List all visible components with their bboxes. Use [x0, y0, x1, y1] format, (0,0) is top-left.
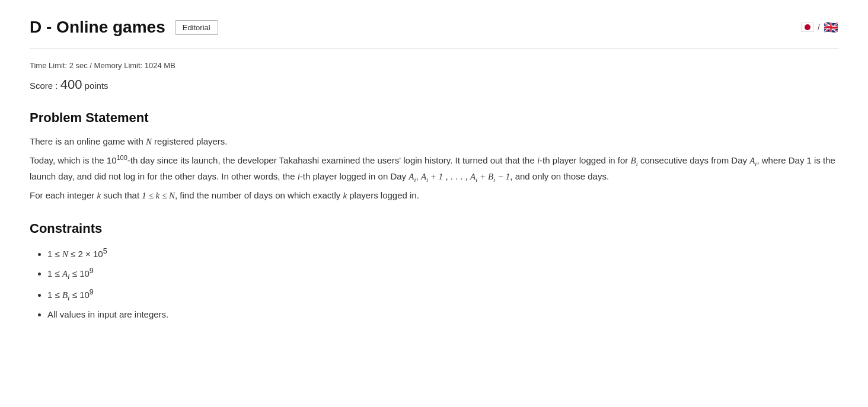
- math-Ai-Bi: Ai + Bi − 1: [470, 172, 510, 181]
- score-unit: points: [82, 81, 108, 91]
- problem-paragraph-1: There is an online game with N registere…: [30, 134, 838, 150]
- constraints-section: Constraints 1 ≤ N ≤ 2 × 105 1 ≤ Ai ≤ 109…: [30, 221, 838, 323]
- constraints-title: Constraints: [30, 221, 838, 236]
- score-label: Score :: [30, 81, 60, 91]
- math-i-th-2: i: [298, 172, 300, 181]
- language-flags: / 🇬🇧: [801, 20, 838, 34]
- math-k-range: 1 ≤ k ≤ N: [142, 191, 175, 200]
- constraint-item-2: 1 ≤ Ai ≤ 109: [47, 264, 838, 284]
- problem-paragraph-2: Today, which is the 10100-th day since i…: [30, 152, 838, 185]
- title-area: D - Online games Editorial: [30, 18, 218, 37]
- math-N: N: [146, 137, 152, 146]
- math-Bi: Bi: [631, 156, 638, 165]
- constraint-item-4: All values in input are integers.: [47, 306, 838, 323]
- constraint-item-3: 1 ≤ Bi ≤ 109: [47, 286, 838, 306]
- japanese-flag-icon[interactable]: [801, 23, 814, 32]
- math-i-th: i: [537, 156, 540, 165]
- lang-separator: /: [818, 23, 820, 32]
- editorial-button[interactable]: Editorial: [175, 20, 218, 35]
- english-flag-icon[interactable]: 🇬🇧: [824, 20, 838, 34]
- header: D - Online games Editorial / 🇬🇧: [30, 18, 838, 37]
- meta-info: Time Limit: 2 sec / Memory Limit: 1024 M…: [30, 61, 838, 70]
- math-Ai-plus-1: Ai + 1: [421, 172, 443, 181]
- constraint-item-1: 1 ≤ N ≤ 2 × 105: [47, 245, 838, 263]
- page-title: D - Online games: [30, 18, 165, 37]
- score-value: 400: [60, 77, 82, 92]
- math-k-2: k: [343, 191, 347, 200]
- problem-paragraph-3: For each integer k such that 1 ≤ k ≤ N, …: [30, 188, 838, 204]
- problem-statement-section: Problem Statement There is an online gam…: [30, 110, 838, 203]
- divider: [30, 49, 838, 49]
- constraints-list: 1 ≤ N ≤ 2 × 105 1 ≤ Ai ≤ 109 1 ≤ Bi ≤ 10…: [30, 245, 838, 323]
- math-Ai: Ai: [749, 156, 757, 165]
- problem-statement-title: Problem Statement: [30, 110, 838, 126]
- math-Ai-2: Ai: [409, 172, 416, 181]
- math-k: k: [97, 191, 101, 200]
- score-line: Score : 400 points: [30, 77, 838, 92]
